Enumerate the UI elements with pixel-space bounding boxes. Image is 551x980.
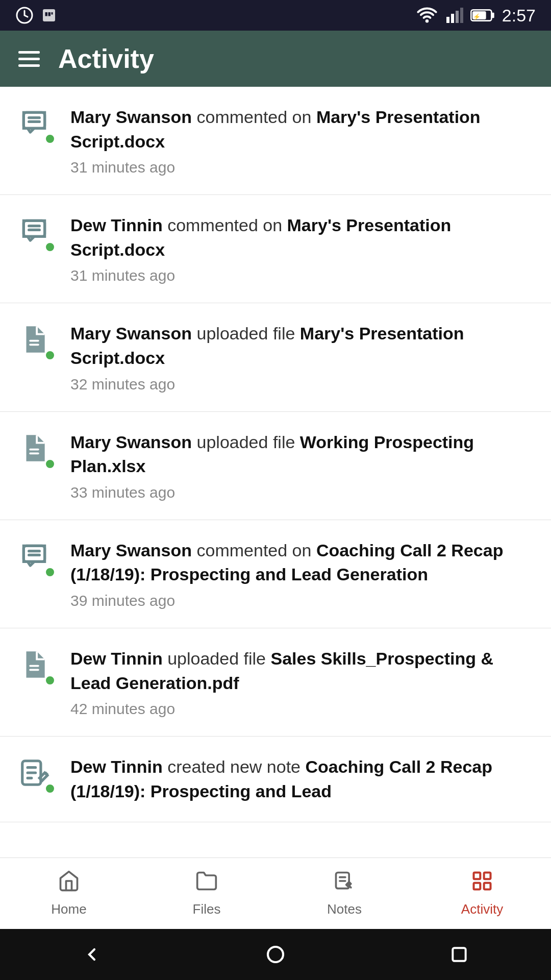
back-button[interactable]: [79, 942, 105, 967]
activity-actor: Mary Swanson: [70, 541, 192, 560]
activity-timestamp: 32 minutes ago: [70, 376, 533, 393]
home-button[interactable]: [263, 942, 288, 967]
status-left-icons: [15, 6, 58, 24]
online-indicator: [45, 459, 55, 469]
header: Activity: [0, 31, 551, 87]
nav-item-home[interactable]: Home: [0, 858, 138, 929]
activity-nav-icon: [471, 870, 493, 897]
status-right-icons: ⚡ 2:57: [416, 6, 536, 26]
activity-icon-wrap: [18, 324, 55, 360]
activity-description: Dew Tinnin commented on Mary's Presentat…: [70, 213, 533, 262]
svg-rect-6: [446, 17, 449, 23]
activity-icon-wrap: [18, 107, 55, 144]
clock-icon: [15, 6, 34, 24]
online-indicator: [45, 350, 55, 360]
list-item[interactable]: Dew Tinnin uploaded file Sales Skills_Pr…: [0, 628, 551, 737]
activity-actor: Mary Swanson: [70, 432, 192, 452]
list-item[interactable]: Dew Tinnin created new note Coaching Cal…: [0, 737, 551, 822]
activity-description: Mary Swanson commented on Coaching Call …: [70, 538, 533, 587]
list-item[interactable]: Mary Swanson commented on Coaching Call …: [0, 520, 551, 628]
nav-label-activity: Activity: [461, 901, 503, 917]
status-time: 2:57: [502, 6, 536, 26]
activity-action: created new note: [163, 757, 306, 776]
svg-point-5: [425, 19, 429, 22]
android-nav-bar: [0, 929, 551, 980]
nav-label-home: Home: [51, 901, 86, 917]
online-indicator: [45, 567, 55, 577]
activity-actor: Dew Tinnin: [70, 215, 163, 235]
activity-description: Mary Swanson uploaded file Working Prosp…: [70, 430, 533, 479]
list-item[interactable]: Dew Tinnin commented on Mary's Presentat…: [0, 195, 551, 303]
svg-rect-9: [460, 8, 463, 23]
status-bar: ⚡ 2:57: [0, 0, 551, 31]
activity-timestamp: 33 minutes ago: [70, 484, 533, 501]
svg-rect-38: [474, 883, 481, 890]
activity-timestamp: 31 minutes ago: [70, 159, 533, 176]
nav-item-files[interactable]: Files: [138, 858, 276, 929]
activity-description: Mary Swanson commented on Mary's Present…: [70, 105, 533, 154]
activity-actor: Dew Tinnin: [70, 649, 163, 668]
online-indicator: [45, 675, 55, 685]
activity-content: Dew Tinnin commented on Mary's Presentat…: [70, 213, 533, 284]
page-title: Activity: [58, 43, 154, 74]
activity-description: Mary Swanson uploaded file Mary's Presen…: [70, 322, 533, 370]
list-item[interactable]: Mary Swanson uploaded file Mary's Presen…: [0, 303, 551, 411]
activity-description: Dew Tinnin created new note Coaching Cal…: [70, 755, 533, 803]
activity-content: Mary Swanson uploaded file Mary's Presen…: [70, 322, 533, 393]
svg-rect-8: [456, 11, 459, 23]
svg-rect-7: [451, 14, 454, 23]
activity-action: commented on: [192, 107, 316, 127]
activity-list: Mary Swanson commented on Mary's Present…: [0, 87, 551, 857]
activity-content: Dew Tinnin uploaded file Sales Skills_Pr…: [70, 647, 533, 718]
svg-rect-2: [45, 12, 48, 16]
wifi-icon: [416, 7, 438, 23]
notes-nav-icon: [333, 870, 356, 897]
list-item[interactable]: Mary Swanson uploaded file Working Prosp…: [0, 412, 551, 520]
signal-icon: [445, 6, 463, 24]
online-indicator: [45, 783, 55, 794]
hamburger-menu[interactable]: [18, 51, 40, 67]
activity-icon-wrap: [18, 432, 55, 469]
activity-timestamp: 31 minutes ago: [70, 267, 533, 284]
svg-rect-3: [48, 12, 51, 16]
nav-item-notes[interactable]: Notes: [276, 858, 413, 929]
svg-text:⚡: ⚡: [473, 13, 481, 20]
online-indicator: [45, 242, 55, 252]
activity-icon-wrap: [18, 757, 55, 794]
sd-icon: [40, 6, 58, 24]
activity-content: Dew Tinnin created new note Coaching Cal…: [70, 755, 533, 803]
files-nav-icon: [195, 870, 218, 897]
online-indicator: [45, 134, 55, 144]
svg-rect-11: [491, 13, 494, 18]
activity-actor: Dew Tinnin: [70, 757, 163, 776]
svg-rect-14: [23, 112, 44, 128]
activity-icon-wrap: [18, 541, 55, 577]
nav-label-files: Files: [193, 901, 221, 917]
bottom-nav: Home Files Notes Activity: [0, 857, 551, 929]
battery-icon: ⚡: [470, 8, 495, 22]
activity-actor: Mary Swanson: [70, 107, 192, 127]
home-nav-icon: [58, 870, 80, 897]
svg-rect-37: [484, 873, 491, 879]
svg-rect-41: [453, 948, 465, 961]
activity-action: commented on: [163, 215, 287, 235]
activity-action: uploaded file: [192, 324, 300, 343]
recents-button[interactable]: [446, 942, 472, 967]
activity-action: uploaded file: [163, 649, 271, 668]
activity-timestamp: 42 minutes ago: [70, 700, 533, 718]
nav-label-notes: Notes: [327, 901, 362, 917]
activity-timestamp: 39 minutes ago: [70, 592, 533, 609]
svg-rect-39: [484, 883, 491, 890]
activity-content: Mary Swanson commented on Mary's Present…: [70, 105, 533, 176]
activity-action: uploaded file: [192, 432, 300, 452]
activity-content: Mary Swanson uploaded file Working Prosp…: [70, 430, 533, 501]
activity-content: Mary Swanson commented on Coaching Call …: [70, 538, 533, 609]
activity-actor: Mary Swanson: [70, 324, 192, 343]
nav-item-activity[interactable]: Activity: [413, 858, 551, 929]
svg-point-40: [268, 947, 283, 962]
svg-rect-4: [52, 12, 53, 15]
activity-description: Dew Tinnin uploaded file Sales Skills_Pr…: [70, 647, 533, 695]
list-item[interactable]: Mary Swanson commented on Mary's Present…: [0, 87, 551, 195]
svg-rect-36: [474, 873, 481, 879]
activity-icon-wrap: [18, 215, 55, 252]
